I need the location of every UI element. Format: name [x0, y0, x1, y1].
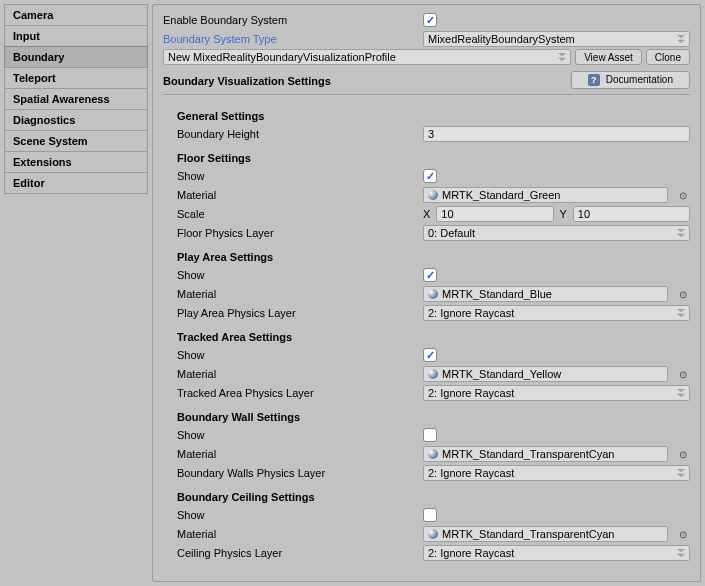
- sidebar: Camera Input Boundary Teleport Spatial A…: [4, 4, 152, 582]
- help-icon: ?: [588, 74, 600, 86]
- material-icon: [428, 529, 438, 539]
- sidebar-item-camera[interactable]: Camera: [4, 4, 148, 25]
- tracked-show-label: Show: [163, 349, 423, 361]
- tracked-layer-dropdown[interactable]: 2: Ignore Raycast: [423, 385, 690, 401]
- ceiling-layer-dropdown[interactable]: 2: Ignore Raycast: [423, 545, 690, 561]
- wall-material-field[interactable]: MRTK_Standard_TransparentCyan: [423, 446, 668, 462]
- scale-y-label: Y: [560, 208, 567, 220]
- playarea-material-field[interactable]: MRTK_Standard_Blue: [423, 286, 668, 302]
- sidebar-item-diagnostics[interactable]: Diagnostics: [4, 109, 148, 130]
- wall-show-label: Show: [163, 429, 423, 441]
- tracked-material-label: Material: [163, 368, 423, 380]
- playarea-layer-label: Play Area Physics Layer: [163, 307, 423, 319]
- scale-x-label: X: [423, 208, 430, 220]
- floor-show-checkbox[interactable]: [423, 169, 437, 183]
- documentation-button[interactable]: ? Documentation: [571, 71, 690, 89]
- floor-scale-label: Scale: [163, 208, 423, 220]
- sidebar-item-boundary[interactable]: Boundary: [4, 46, 148, 67]
- playarea-settings-header: Play Area Settings: [163, 243, 690, 266]
- tracked-material-value: MRTK_Standard_Yellow: [442, 368, 561, 380]
- profile-dropdown[interactable]: New MixedRealityBoundaryVisualizationPro…: [163, 49, 571, 65]
- floor-settings-header: Floor Settings: [163, 144, 690, 167]
- floor-scale-y-input[interactable]: 10: [573, 206, 690, 222]
- floor-layer-dropdown[interactable]: 0: Default: [423, 225, 690, 241]
- sidebar-item-teleport[interactable]: Teleport: [4, 67, 148, 88]
- view-asset-button[interactable]: View Asset: [575, 49, 642, 65]
- floor-material-label: Material: [163, 189, 423, 201]
- wall-layer-label: Boundary Walls Physics Layer: [163, 467, 423, 479]
- playarea-material-value: MRTK_Standard_Blue: [442, 288, 552, 300]
- wall-show-checkbox[interactable]: [423, 428, 437, 442]
- floor-show-label: Show: [163, 170, 423, 182]
- floor-material-value: MRTK_Standard_Green: [442, 189, 560, 201]
- boundary-type-label[interactable]: Boundary System Type: [163, 33, 423, 45]
- material-icon: [428, 289, 438, 299]
- wall-material-value: MRTK_Standard_TransparentCyan: [442, 448, 614, 460]
- tracked-show-checkbox[interactable]: [423, 348, 437, 362]
- playarea-layer-dropdown[interactable]: 2: Ignore Raycast: [423, 305, 690, 321]
- playarea-material-label: Material: [163, 288, 423, 300]
- enable-boundary-checkbox[interactable]: [423, 13, 437, 27]
- sidebar-item-input[interactable]: Input: [4, 25, 148, 46]
- documentation-label: Documentation: [606, 74, 673, 85]
- ceiling-show-checkbox[interactable]: [423, 508, 437, 522]
- floor-scale-x-input[interactable]: 10: [436, 206, 553, 222]
- floor-material-field[interactable]: MRTK_Standard_Green: [423, 187, 668, 203]
- material-icon: [428, 369, 438, 379]
- ceiling-layer-label: Ceiling Physics Layer: [163, 547, 423, 559]
- boundary-type-dropdown[interactable]: MixedRealityBoundarySystem: [423, 31, 690, 47]
- sidebar-item-editor[interactable]: Editor: [4, 172, 148, 194]
- wall-material-picker[interactable]: ⊙: [676, 447, 690, 461]
- divider: [163, 94, 690, 96]
- tracked-settings-header: Tracked Area Settings: [163, 323, 690, 346]
- profile-value: New MixedRealityBoundaryVisualizationPro…: [168, 51, 396, 63]
- general-settings-header: General Settings: [163, 102, 690, 125]
- wall-material-label: Material: [163, 448, 423, 460]
- floor-layer-label: Floor Physics Layer: [163, 227, 423, 239]
- main-panel: Enable Boundary System Boundary System T…: [152, 4, 701, 582]
- material-icon: [428, 449, 438, 459]
- ceiling-material-label: Material: [163, 528, 423, 540]
- ceiling-material-field[interactable]: MRTK_Standard_TransparentCyan: [423, 526, 668, 542]
- ceiling-material-value: MRTK_Standard_TransparentCyan: [442, 528, 614, 540]
- boundary-height-label: Boundary Height: [163, 128, 423, 140]
- clone-button[interactable]: Clone: [646, 49, 690, 65]
- ceiling-material-picker[interactable]: ⊙: [676, 527, 690, 541]
- tracked-material-picker[interactable]: ⊙: [676, 367, 690, 381]
- material-icon: [428, 190, 438, 200]
- enable-boundary-label: Enable Boundary System: [163, 14, 423, 26]
- tracked-material-field[interactable]: MRTK_Standard_Yellow: [423, 366, 668, 382]
- floor-material-picker[interactable]: ⊙: [676, 188, 690, 202]
- wall-settings-header: Boundary Wall Settings: [163, 403, 690, 426]
- boundary-height-input[interactable]: 3: [423, 126, 690, 142]
- sidebar-item-scene-system[interactable]: Scene System: [4, 130, 148, 151]
- playarea-show-label: Show: [163, 269, 423, 281]
- wall-layer-dropdown[interactable]: 2: Ignore Raycast: [423, 465, 690, 481]
- sidebar-item-extensions[interactable]: Extensions: [4, 151, 148, 172]
- playarea-show-checkbox[interactable]: [423, 268, 437, 282]
- ceiling-settings-header: Boundary Ceiling Settings: [163, 483, 690, 506]
- tracked-layer-label: Tracked Area Physics Layer: [163, 387, 423, 399]
- ceiling-show-label: Show: [163, 509, 423, 521]
- sidebar-item-spatial-awareness[interactable]: Spatial Awareness: [4, 88, 148, 109]
- boundary-type-value: MixedRealityBoundarySystem: [428, 33, 575, 45]
- playarea-material-picker[interactable]: ⊙: [676, 287, 690, 301]
- visualization-settings-title: Boundary Visualization Settings: [163, 69, 331, 90]
